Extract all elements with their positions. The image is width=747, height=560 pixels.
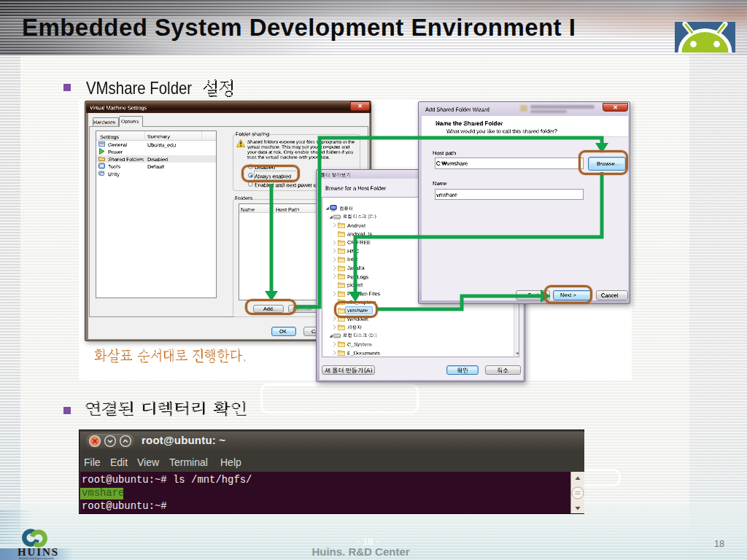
svg-text:Human Intelligent System: Human Intelligent System	[19, 556, 54, 560]
